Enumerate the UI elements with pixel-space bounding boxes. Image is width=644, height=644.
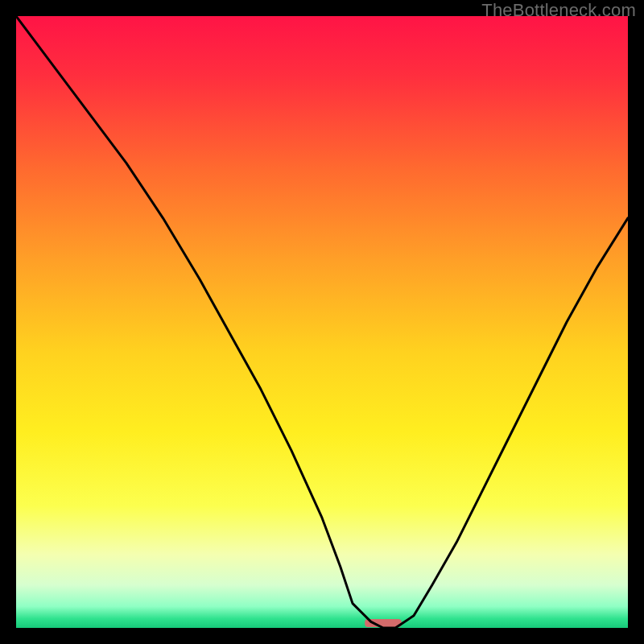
watermark-text: TheBottleneck.com <box>481 0 636 21</box>
chart-frame: TheBottleneck.com <box>0 0 644 644</box>
bottleneck-chart <box>16 16 628 628</box>
chart-background <box>16 16 628 628</box>
